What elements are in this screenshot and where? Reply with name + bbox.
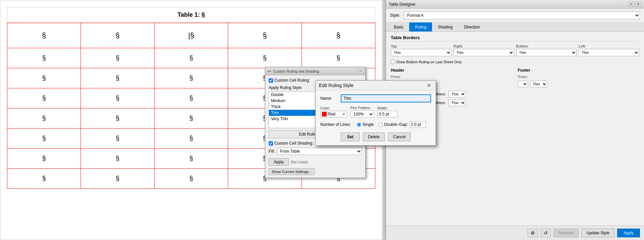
update-style-button[interactable]: Update Style [581,229,614,237]
edit-ruling-title: Edit Ruling Style [319,83,354,88]
table-cell[interactable]: § [7,68,81,88]
tab-shading[interactable]: Shading [432,22,458,31]
refresh-button[interactable]: ↺ [541,229,551,237]
custom-ruling-menu-btn[interactable]: ≡ [358,69,363,74]
table-cell[interactable]: § [81,23,154,48]
color-label: Color: [320,106,347,110]
table-cell[interactable]: § [154,149,228,169]
no-undo-text: (No Undo) [291,160,308,164]
single-radio[interactable] [357,123,361,127]
double-gap-label: Double–Gap: [384,122,408,127]
table-cell[interactable]: § [154,169,228,189]
table-cell[interactable]: § [81,88,154,108]
table-cell[interactable]: § [81,48,154,68]
edit-ruling-dialog: Edit Ruling Style ✕ Name: Color: Red ▼ P… [315,80,436,146]
tab-ruling[interactable]: Ruling [409,22,432,31]
table-cell[interactable]: § [81,129,154,149]
bottom-border-select[interactable]: Thin [516,49,577,56]
footer-rows-label: Rows: [518,75,640,79]
panel-tabs: Basic Ruling Shading Direction [386,22,644,32]
table-designer-title: Table Designer [389,2,416,7]
table-cell[interactable]: § [154,68,228,88]
custom-ruling-bottom-row: Apply (No Undo) [269,157,362,167]
draw-bottom-checkbox[interactable] [391,60,395,64]
table-cell[interactable]: § [228,48,302,68]
right-border-cell: Right: Thin [453,44,514,56]
table-cell[interactable]: § [7,48,81,68]
table-cell[interactable]: § [154,88,228,108]
fill-label: Fill: [269,149,275,154]
num-lines-row: Number of Lines: Single Double–Gap: [320,121,431,128]
body-others-select-1[interactable]: Thin [448,91,466,97]
panel-buttons: « ≡ [628,2,641,7]
collapse-icon: «» [267,69,271,73]
table-cell[interactable]: § [302,48,375,68]
edit-ruling-body: Name: Color: Red ▼ Pen Pattern: 100% Wid… [316,90,436,145]
color-select-wrap[interactable]: Red ▼ [320,111,347,117]
edit-ruling-close-button[interactable]: ✕ [426,83,432,88]
fill-select[interactable]: From Table [277,148,362,155]
edit-ruling-bottom-row: Set Delete Cancel [320,133,431,141]
rename-button[interactable]: Rename [553,229,579,237]
table-cell[interactable]: § [81,149,154,169]
footer-ruling-select[interactable]: Thin [530,81,547,87]
style-row: Style: Format A [386,9,644,22]
table-designer-titlebar: Table Designer « ≡ [386,0,644,9]
table-cell[interactable]: § [7,149,81,169]
double-gap-input[interactable] [409,121,426,128]
custom-cell-shading-label: Custom Cell Shading: [274,141,313,146]
footer-rows-count-select[interactable] [518,81,528,87]
panel-collapse-btn[interactable]: « [628,2,634,7]
color-pen-width-row: Color: Red ▼ Pen Pattern: 100% Width: [320,106,431,118]
style-select[interactable]: Format A [404,11,640,19]
width-input[interactable] [377,111,397,117]
table-cell[interactable]: § [228,23,302,48]
table-cell[interactable]: § [7,108,81,129]
table-cell[interactable]: § [7,23,81,48]
table-cell[interactable]: § [81,68,154,88]
custom-cell-shading-checkbox[interactable] [269,141,273,146]
tab-direction[interactable]: Direction [458,22,485,31]
show-current-settings-button[interactable]: Show Current Settings... [269,168,315,175]
panel-menu-btn[interactable]: ≡ [635,2,641,7]
table-cell[interactable]: § [81,169,154,189]
top-label: Top: [391,44,451,48]
table-cell[interactable]: § [7,169,81,189]
set-button[interactable]: Set [341,133,360,141]
single-radio-item: Single [357,122,374,127]
right-label: Right: [453,44,514,48]
name-field-row: Name: [320,94,431,102]
single-label: Single [363,122,374,127]
table-cell[interactable]: § [302,23,375,48]
radio-group: Single Double–Gap: [357,121,426,128]
left-border-select[interactable]: Thin [579,49,639,56]
table-borders-header: Table Borders [391,35,639,42]
custom-cell-ruling-checkbox[interactable] [269,78,273,83]
color-dropdown-arrow: ▼ [342,112,345,116]
table-cell[interactable]: § [154,48,228,68]
apply-button[interactable]: Apply [617,229,640,237]
gear-button[interactable]: ⚙ [528,229,538,237]
double-radio[interactable] [378,123,383,127]
table-cell[interactable]: § [81,108,154,129]
top-border-select[interactable]: Thin [391,49,451,56]
custom-ruling-title: Custom Ruling and Shading [273,69,319,73]
table-cell[interactable]: § [7,129,81,149]
right-border-select[interactable]: Thin [453,49,514,56]
table-cell[interactable]: |§ [154,23,228,48]
table-cell[interactable]: § [154,108,228,129]
delete-button[interactable]: Delete [363,133,385,141]
style-label: Style: [390,13,401,18]
body-others-select-2[interactable]: Thin [448,99,466,106]
tab-basic[interactable]: Basic [388,22,409,31]
edit-ruling-titlebar: Edit Ruling Style ✕ [316,81,436,90]
table-cell[interactable]: § [7,88,81,108]
custom-ruling-apply-button[interactable]: Apply [269,158,289,166]
name-input[interactable] [341,94,431,102]
name-label: Name: [320,96,339,101]
footer-title: Footer [518,68,640,73]
table-cell[interactable]: § [154,129,228,149]
left-label: Left: [579,44,639,48]
cancel-button[interactable]: Cancel [388,133,411,141]
pen-pattern-select[interactable]: 100% [351,110,374,118]
